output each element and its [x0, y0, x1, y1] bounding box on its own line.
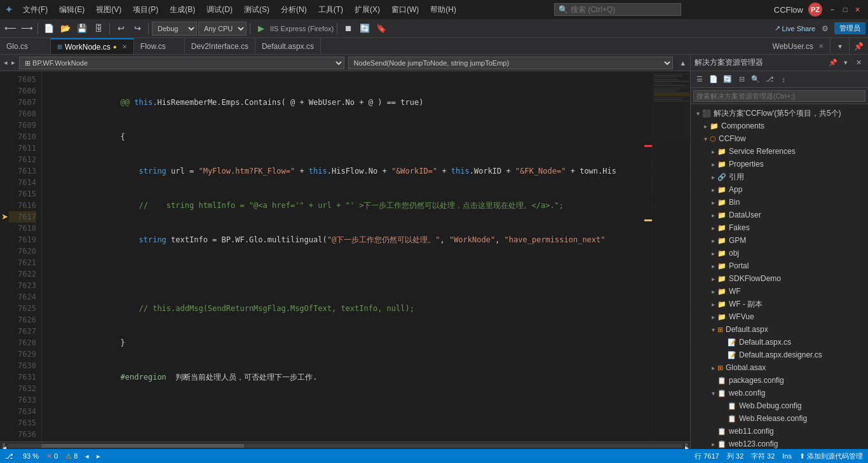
- tree-default-aspx-designer[interactable]: 📝 Default.aspx.designer.cs: [691, 349, 868, 361]
- menu-window[interactable]: 窗口(W): [386, 3, 424, 17]
- tab-webuser-close[interactable]: ✕: [818, 43, 824, 50]
- tree-components[interactable]: ▸ 📁 Components: [691, 120, 868, 132]
- tab-glo-cs[interactable]: Glo.cs: [0, 38, 51, 54]
- horizontal-scrollbar[interactable]: ◂ ▸: [0, 441, 690, 449]
- tree-bin[interactable]: ▸ 📁 Bin: [691, 196, 868, 209]
- menu-help[interactable]: 帮助(H): [425, 3, 461, 17]
- menu-debug[interactable]: 调试(D): [201, 3, 238, 17]
- add-source-control[interactable]: ⬆ 添加到源代码管理: [799, 452, 863, 461]
- tree-wf-copy[interactable]: ▸ 📁 WF - 副本: [691, 298, 868, 310]
- admin-button[interactable]: 管理员: [834, 22, 865, 34]
- sol-pin-btn[interactable]: 📌: [827, 57, 839, 69]
- close-button[interactable]: ✕: [853, 4, 863, 15]
- global-search-box[interactable]: 🔍: [554, 3, 681, 16]
- back-btn[interactable]: ⟵: [3, 21, 18, 36]
- tree-wf[interactable]: ▸ 📁 WF: [691, 285, 868, 298]
- menu-edit[interactable]: 编辑(E): [54, 3, 90, 17]
- tree-wfvue[interactable]: ▸ 📁 WFVue: [691, 310, 868, 323]
- tree-default-aspx[interactable]: ▾ ⊞ Default.aspx: [691, 323, 868, 336]
- nav-forward-arrow[interactable]: ▸: [11, 59, 15, 67]
- menu-file[interactable]: 文件(F): [18, 3, 53, 17]
- minimize-button[interactable]: −: [827, 4, 837, 15]
- tab-default-aspx-cs[interactable]: Default.aspx.cs: [255, 38, 321, 54]
- zoom-level[interactable]: 93 %: [23, 452, 39, 460]
- expand-editor-btn[interactable]: ▲: [679, 59, 686, 67]
- menu-tools[interactable]: 工具(T): [313, 3, 348, 17]
- tab-worknode-close[interactable]: ✕: [122, 43, 127, 50]
- insert-mode[interactable]: Ins: [782, 452, 792, 460]
- live-share-btn[interactable]: ↗ Live Share: [775, 24, 815, 32]
- undo-btn[interactable]: ↩: [113, 21, 128, 36]
- tree-properties[interactable]: ▸ 📁 Properties: [691, 158, 868, 170]
- settings-icon[interactable]: ⚙: [819, 23, 831, 34]
- tree-fakes[interactable]: ▸ 📁 Fakes: [691, 221, 868, 234]
- method-breadcrumb-select[interactable]: NodeSend(Node jumpToNode, string jumpToE…: [348, 57, 674, 69]
- sol-refresh-btn[interactable]: 🔄: [721, 73, 734, 86]
- sol-filter-btn[interactable]: 🔍: [749, 73, 762, 86]
- sol-git-btn[interactable]: ⎇: [763, 73, 776, 86]
- save-btn[interactable]: 💾: [74, 21, 90, 36]
- scroll-right-btn[interactable]: ▸: [685, 443, 688, 448]
- bookmark-btn[interactable]: 🔖: [374, 21, 389, 36]
- sol-show-all-btn[interactable]: 📄: [707, 73, 720, 86]
- scroll-track[interactable]: [8, 444, 682, 448]
- tab-dev2interface-cs[interactable]: Dev2Interface.cs: [185, 38, 255, 54]
- solution-search-input[interactable]: [693, 90, 865, 102]
- tree-references[interactable]: ▸ 🔗 引用: [691, 170, 868, 183]
- scroll-thumb[interactable]: [41, 444, 244, 448]
- sol-properties-btn[interactable]: ☰: [693, 73, 706, 86]
- tree-web123-config[interactable]: ▸ 📋 web123.config: [691, 438, 868, 449]
- tree-web-release-config[interactable]: 📋 Web.Release.config: [691, 412, 868, 425]
- tree-gpm[interactable]: ▸ 📁 GPM: [691, 234, 868, 247]
- debug-config-select[interactable]: Debug Release: [152, 22, 197, 36]
- nav-forward-status[interactable]: ▸: [97, 452, 100, 460]
- tree-global-asax[interactable]: ▸ ⊞ Global.asax: [691, 361, 868, 374]
- menu-test[interactable]: 测试(S): [239, 3, 275, 17]
- run-btn[interactable]: ▶: [254, 21, 269, 36]
- menu-build[interactable]: 生成(B): [165, 3, 200, 17]
- solution-panel-pin[interactable]: 📌: [849, 38, 868, 54]
- code-text[interactable]: @@ this.HisRememberMe.Emps.Contains( @ +…: [42, 71, 652, 441]
- tab-webuser-cs[interactable]: WebUser.cs ✕: [766, 38, 830, 54]
- menu-extensions[interactable]: 扩展(X): [349, 3, 385, 17]
- redo-btn[interactable]: ↪: [130, 21, 145, 36]
- tab-flow-cs[interactable]: Flow.cs: [134, 38, 185, 54]
- tab-worknode-cs[interactable]: ⊞ WorkNode.cs ● ✕: [51, 38, 134, 54]
- tree-web-config[interactable]: ▾ 📋 web.config: [691, 387, 868, 399]
- cursor-char[interactable]: 字符 32: [751, 452, 775, 461]
- tree-ccflow[interactable]: ▾ ⬡ CCFlow: [691, 132, 868, 145]
- sol-collapse-btn[interactable]: ⊟: [735, 73, 748, 86]
- tree-datauser[interactable]: ▸ 📁 DataUser: [691, 209, 868, 221]
- sol-chevron-btn[interactable]: ▾: [840, 57, 851, 69]
- menu-project[interactable]: 项目(P): [128, 3, 163, 17]
- tree-web-debug-config[interactable]: 📋 Web.Debug.config: [691, 399, 868, 412]
- sol-sync-btn[interactable]: ↕: [777, 73, 790, 86]
- tab-dropdown-btn[interactable]: ▾: [830, 38, 849, 54]
- new-project-btn[interactable]: 📄: [41, 21, 57, 36]
- tree-obj[interactable]: ▸ 📁 obj: [691, 247, 868, 259]
- scroll-left-btn[interactable]: ◂: [3, 443, 5, 448]
- restore-button[interactable]: □: [840, 4, 850, 15]
- cursor-line[interactable]: 行 7617: [695, 452, 719, 461]
- tree-service-refs[interactable]: ▸ 📁 Service References: [691, 145, 868, 158]
- class-breadcrumb-select[interactable]: ⊞ BP.WF.WorkNode: [19, 57, 344, 69]
- tree-default-aspx-cs[interactable]: 📝 Default.aspx.cs: [691, 336, 868, 349]
- nav-back-arrow[interactable]: ◂: [4, 59, 8, 67]
- cursor-col[interactable]: 列 32: [727, 452, 743, 461]
- global-search-input[interactable]: [571, 5, 672, 14]
- tree-solution-root[interactable]: ▾ ⬛ 解决方案'CCFlow'(第5个项目，共5个): [691, 107, 868, 120]
- tree-app[interactable]: ▸ 📁 App: [691, 183, 868, 196]
- open-btn[interactable]: 📂: [58, 21, 73, 36]
- git-status[interactable]: ⎇: [5, 452, 15, 460]
- forward-btn[interactable]: ⟶: [19, 21, 34, 36]
- stop-btn[interactable]: ⏹: [341, 21, 356, 36]
- cpu-select[interactable]: Any CPU: [198, 22, 247, 36]
- error-indicator[interactable]: ✕ 0: [46, 452, 58, 460]
- tree-portal[interactable]: ▸ 📁 Portal: [691, 259, 868, 272]
- restart-btn[interactable]: 🔄: [357, 21, 372, 36]
- tree-web11-config[interactable]: 📋 web11.config: [691, 425, 868, 438]
- sol-close-btn[interactable]: ✕: [853, 57, 864, 69]
- save-all-btn[interactable]: 🗄: [91, 21, 106, 36]
- tree-packages-config[interactable]: 📋 packages.config: [691, 374, 868, 387]
- warning-indicator[interactable]: ⚠ 8: [65, 452, 78, 460]
